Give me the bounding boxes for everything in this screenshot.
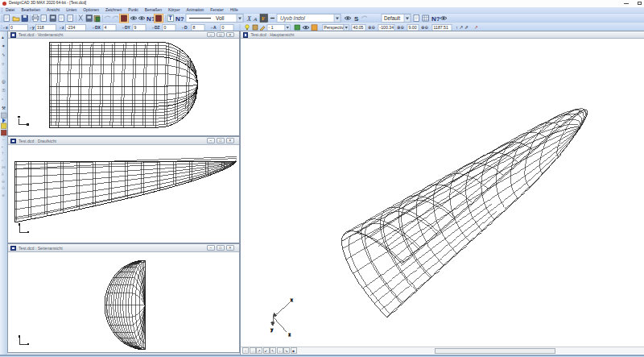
- svg-text:◎: ◎: [2, 79, 6, 84]
- svg-text:∼: ∼: [2, 137, 5, 142]
- svg-text:⊙: ⊙: [2, 185, 5, 190]
- svg-text:Perspective: Perspective: [324, 25, 346, 30]
- svg-text:▫: ▫: [2, 97, 3, 102]
- svg-text:8: 8: [193, 25, 196, 30]
- svg-text:0: 0: [10, 25, 13, 30]
- svg-text:⊖: ⊖: [2, 179, 5, 184]
- svg-text:≋: ≋: [2, 193, 5, 197]
- svg-text:9.00: 9.00: [409, 25, 417, 30]
- svg-text:0: 0: [164, 25, 167, 30]
- svg-text:▪: ▪: [2, 144, 3, 149]
- svg-text:9: 9: [134, 25, 137, 30]
- svg-text:▫: ▫: [2, 158, 3, 163]
- svg-text:y: y: [271, 327, 274, 332]
- svg-text:⋈: ⋈: [2, 164, 6, 169]
- svg-text:S: S: [354, 15, 359, 23]
- svg-text:Default: Default: [384, 15, 400, 21]
- svg-text:40.05: 40.05: [353, 25, 364, 30]
- svg-text:⚒: ⚒: [2, 106, 6, 110]
- svg-text:Uyvb Indol: Uyvb Indol: [280, 15, 305, 22]
- svg-text:↑ ↗ ⇗: ↑ ↗ ⇗: [456, 25, 469, 30]
- svg-text:↗: ↗: [474, 25, 478, 30]
- svg-text:⌐DZ: ⌐DZ: [152, 25, 160, 30]
- svg-text:⌐x: ⌐x: [3, 25, 8, 30]
- svg-text:⌐DY: ⌐DY: [122, 25, 131, 30]
- svg-text:-100.34: -100.34: [380, 25, 394, 30]
- svg-text:◦ 1: ◦ 1: [269, 25, 274, 30]
- svg-text:⌐DX: ⌐DX: [93, 25, 101, 30]
- svg-text:1187.51: 1187.51: [434, 25, 448, 30]
- svg-text:N?: N?: [431, 15, 440, 23]
- svg-text:N?: N?: [175, 15, 184, 23]
- svg-text:▴: ▴: [2, 35, 4, 39]
- svg-text:Voll: Voll: [216, 15, 225, 21]
- svg-text:⊕⊖: ⊕⊖: [397, 25, 404, 30]
- svg-text:⌐z: ⌐z: [60, 25, 64, 30]
- svg-text:x: x: [291, 297, 293, 302]
- svg-text:†: †: [2, 151, 4, 156]
- svg-text:✦: ✦: [2, 44, 6, 48]
- svg-text:⌐A: ⌐A: [211, 25, 217, 30]
- svg-text:⌐y: ⌐y: [30, 25, 35, 30]
- svg-text:⊕⊖: ⊕⊖: [368, 25, 375, 30]
- svg-text:F: F: [262, 15, 265, 22]
- svg-text:z: z: [289, 332, 291, 337]
- svg-text:4: 4: [105, 25, 107, 30]
- svg-text:∿: ∿: [2, 52, 6, 57]
- svg-text:-234: -234: [67, 25, 75, 30]
- svg-text:0: 0: [222, 25, 225, 30]
- svg-text:○: ○: [2, 61, 4, 66]
- svg-text:A: A: [253, 16, 258, 23]
- svg-text:☉: ☉: [2, 88, 6, 93]
- svg-text:318: 318: [37, 25, 44, 30]
- svg-text:⊕⊖: ⊕⊖: [421, 25, 428, 30]
- svg-text:⌐D: ⌐D: [182, 25, 188, 30]
